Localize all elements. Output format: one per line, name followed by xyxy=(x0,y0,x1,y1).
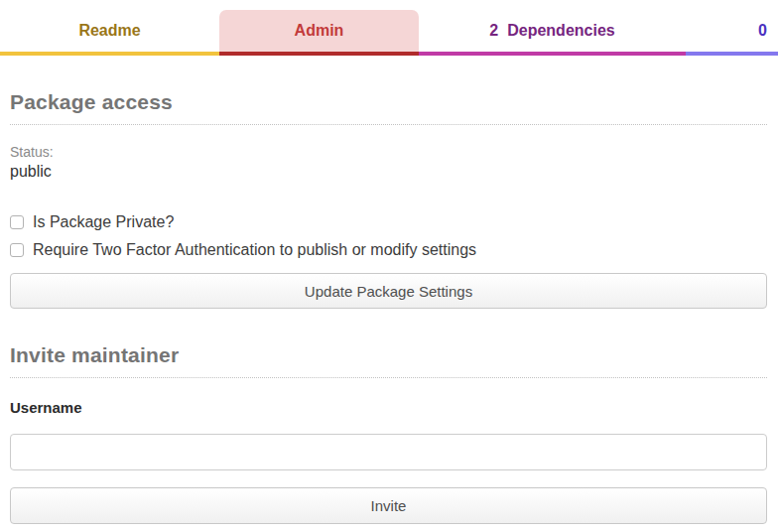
private-package-checkbox-label: Is Package Private? xyxy=(33,212,174,231)
tab-admin-label: Admin xyxy=(295,22,344,40)
private-package-checkbox-row[interactable]: Is Package Private? xyxy=(10,212,767,231)
invite-maintainer-heading: Invite maintainer xyxy=(10,341,767,369)
tab-dependencies-label: Dependencies xyxy=(507,22,614,40)
tab-readme-label: Readme xyxy=(78,22,140,40)
tab-readme[interactable]: Readme xyxy=(0,10,219,52)
tab-underline-gradient xyxy=(0,52,778,56)
package-tab-bar: Readme Admin 2 Dependencies 0 xyxy=(0,0,778,56)
private-package-checkbox[interactable] xyxy=(10,215,24,229)
package-access-heading: Package access xyxy=(10,88,767,116)
section-divider xyxy=(10,124,767,125)
tab-dependencies[interactable]: 2 Dependencies xyxy=(419,10,686,52)
tab-dependents[interactable]: 0 xyxy=(686,10,778,52)
tab-underline-admin xyxy=(219,52,419,56)
two-factor-checkbox-label: Require Two Factor Authentication to pub… xyxy=(33,240,476,259)
section-divider xyxy=(10,377,767,378)
username-label: Username xyxy=(10,398,767,417)
tab-admin[interactable]: Admin xyxy=(219,10,419,52)
two-factor-checkbox[interactable] xyxy=(10,243,24,257)
status-value: public xyxy=(10,161,767,182)
admin-panel: Package access Status: public Is Package… xyxy=(0,88,778,524)
tab-dependents-count: 0 xyxy=(758,22,767,40)
two-factor-checkbox-row[interactable]: Require Two Factor Authentication to pub… xyxy=(10,240,767,259)
invite-button[interactable]: Invite xyxy=(10,487,767,524)
tab-underline-dependencies xyxy=(419,52,686,56)
tab-underline-readme xyxy=(0,52,219,56)
tab-dependencies-count: 2 xyxy=(489,22,498,40)
update-package-settings-button[interactable]: Update Package Settings xyxy=(10,273,767,309)
username-input[interactable] xyxy=(10,434,767,470)
tab-underline-dependents xyxy=(686,52,778,56)
status-label: Status: xyxy=(10,143,767,161)
